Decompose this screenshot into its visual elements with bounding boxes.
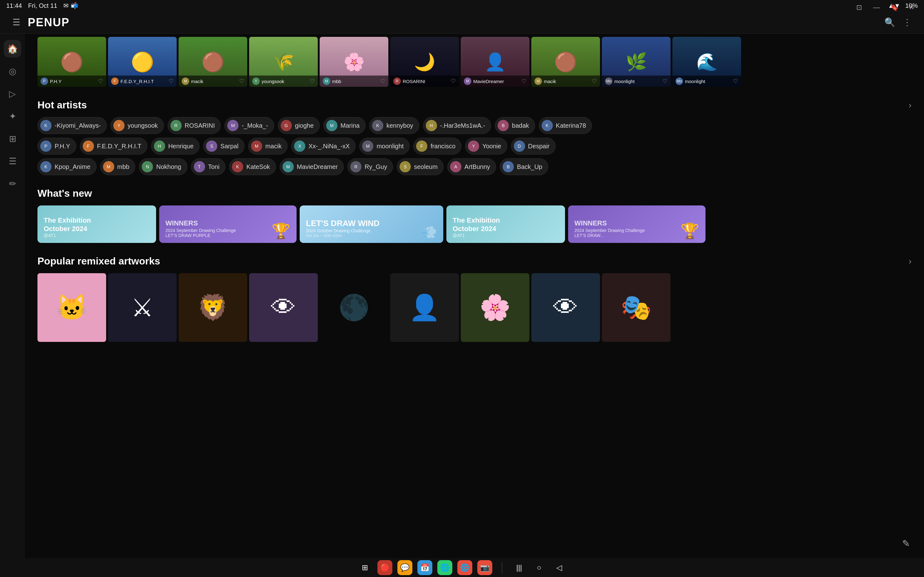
news-card-title: The ExhibitionOctober 2024 <box>44 216 91 233</box>
taskbar-icon-2[interactable]: 💬 <box>398 560 412 575</box>
artist-chip[interactable]: K -Kiyomi_Always- <box>37 117 107 134</box>
artist-chip[interactable]: F F.E.D.Y_R.H.I.T <box>80 138 147 155</box>
taskbar-icon-3[interactable]: 📅 <box>417 560 432 575</box>
artist-chip[interactable]: R ROSARINI <box>167 117 221 134</box>
artist-chip[interactable]: M MavieDreamer <box>280 158 344 175</box>
sidebar-item-challenge[interactable]: ✦ <box>4 107 21 125</box>
sidebar-item-feed[interactable]: ☰ <box>4 152 21 170</box>
artist-chip[interactable]: M mbb <box>100 158 135 175</box>
gallery-item[interactable]: 🟡 FF.E.D.Y_R.H.I.T ♡ <box>108 37 177 87</box>
remix-item-eye[interactable]: 👁 <box>531 273 600 342</box>
remix-item-portrait2[interactable]: 🎭 <box>602 273 671 342</box>
like-icon[interactable]: ♡ <box>310 78 315 85</box>
artist-chip[interactable]: P P.H.Y <box>37 138 76 155</box>
artist-name: moonlight <box>377 143 404 150</box>
news-card-wind[interactable]: LET'S DRAW WIND 2024 October Drawing Cha… <box>300 205 443 243</box>
taskbar-nav-menu[interactable]: ||| <box>512 560 526 575</box>
news-winners-label: WINNERS <box>166 219 236 227</box>
like-icon[interactable]: ♡ <box>521 78 526 85</box>
more-icon[interactable]: ⋮ <box>903 17 911 27</box>
news-card-exhibition2[interactable]: The ExhibitionOctober 2024 @AT1 <box>446 205 565 243</box>
popular-remixed-chevron[interactable]: › <box>909 256 911 266</box>
status-date: Fri, Oct 11 <box>28 2 57 10</box>
artist-chip[interactable]: G gioghe <box>278 117 320 134</box>
artist-chip[interactable]: M Marina <box>324 117 365 134</box>
artist-chip[interactable]: K kennyboy <box>369 117 419 134</box>
artist-chip[interactable]: H -.Har3eMs1wA.- <box>423 117 491 134</box>
news-card-winners2[interactable]: WINNERS 2024 September Drawing Challenge… <box>568 205 705 243</box>
artist-chip[interactable]: F francisco <box>413 138 461 155</box>
artist-chip[interactable]: M -_Moka_- <box>224 117 274 134</box>
menu-icon[interactable]: ☰ <box>13 17 20 27</box>
news-winners2-label: WINNERS <box>575 219 645 227</box>
artist-chip[interactable]: X Xx-_.NiNa_-xX <box>291 138 356 155</box>
bookmarks-button[interactable]: 🔖 <box>888 1 900 14</box>
sidebar-item-home[interactable]: 🏠 <box>4 40 21 58</box>
gallery-item[interactable]: 🌾 Yyoungsook ♡ <box>249 37 318 87</box>
like-icon[interactable]: ♡ <box>239 78 244 85</box>
artist-chip[interactable]: H Henrique <box>151 138 200 155</box>
artist-chip[interactable]: T Toni <box>191 158 226 175</box>
artist-chip[interactable]: M moonlight <box>359 138 410 155</box>
artist-chip[interactable]: B badak <box>495 117 535 134</box>
remix-item-char1[interactable]: ⚔ <box>108 273 177 342</box>
sidebar: 🏠 ◎ ▷ ✦ ⊞ ☰ ✏ <box>0 34 25 558</box>
artist-chip[interactable]: S Sarpal <box>203 138 245 155</box>
remix-item-dark2[interactable]: 👤 <box>390 273 459 342</box>
artist-chip[interactable]: M macik <box>248 138 288 155</box>
like-icon[interactable]: ♡ <box>662 78 667 85</box>
remix-item-char2[interactable]: 🦁 <box>179 273 247 342</box>
like-icon[interactable]: ♡ <box>169 78 174 85</box>
taskbar-nav-home[interactable]: ○ <box>531 560 547 575</box>
gallery-item[interactable]: 🟤 PP.H.Y ♡ <box>37 37 106 87</box>
artist-chip[interactable]: Y youngsook <box>111 117 164 134</box>
artist-chip[interactable]: B Back_Up <box>500 158 548 175</box>
like-icon[interactable]: ♡ <box>451 78 456 85</box>
remix-item-dark1[interactable]: 🌑 <box>320 273 388 342</box>
gallery-item[interactable]: 🌿 Momoonlight ♡ <box>602 37 671 87</box>
sidebar-item-grid[interactable]: ⊞ <box>4 130 21 147</box>
close-button[interactable]: ✕ <box>905 1 918 14</box>
taskbar-nav-back[interactable]: ◁ <box>552 560 567 575</box>
artist-chip[interactable]: S seoleum <box>397 158 444 175</box>
gallery-item[interactable]: 🟤 Mmacik ♡ <box>531 37 600 87</box>
sidebar-item-discover[interactable]: ◎ <box>4 63 21 80</box>
taskbar-icon-5[interactable]: 🌐 <box>457 560 472 575</box>
taskbar-apps[interactable]: ⊞ <box>357 560 372 575</box>
restore-button[interactable]: ⊡ <box>853 1 865 14</box>
gallery-item[interactable]: 🟤 Mmacik ♡ <box>179 37 247 87</box>
wind-icon: 💨 <box>422 225 437 240</box>
hot-artists-chevron[interactable]: › <box>909 100 911 110</box>
pencil-fab[interactable]: ✎ <box>897 535 914 552</box>
taskbar-icon-1[interactable]: 🔴 <box>377 560 393 575</box>
taskbar-icon-6[interactable]: 📷 <box>477 560 492 575</box>
news-card-winners[interactable]: WINNERS 2024 September Drawing Challenge… <box>159 205 296 243</box>
artist-chip[interactable]: K Katerina78 <box>539 117 592 134</box>
search-icon[interactable]: 🔍 <box>884 17 895 27</box>
artist-chip[interactable]: A ArtBunny <box>448 158 496 175</box>
taskbar-icon-4[interactable]: 🌐 <box>437 560 452 575</box>
like-icon[interactable]: ♡ <box>98 78 103 85</box>
remix-item-cat[interactable]: 🐱 <box>37 273 106 342</box>
artist-chip[interactable]: Y Yoonie <box>465 138 507 155</box>
remix-item-flowers[interactable]: 🌸 <box>461 273 530 342</box>
gallery-item[interactable]: 👤 MMavieDreamer ♡ <box>461 37 530 87</box>
gallery-item[interactable]: 🌙 RROSARINI ♡ <box>390 37 459 87</box>
artist-chip[interactable]: K Kpop_Anime <box>37 158 97 175</box>
artist-chip[interactable]: D Despair <box>511 138 555 155</box>
artist-chip[interactable]: K KateSok <box>229 158 276 175</box>
gallery-item[interactable]: 🌊 Momoonlight ♡ <box>672 37 741 87</box>
minimize-button[interactable]: — <box>870 1 883 14</box>
news-card-exhibition[interactable]: The ExhibitionOctober 2024 @AT1 <box>37 205 156 243</box>
artist-chip[interactable]: R Ry_Guy <box>348 158 393 175</box>
gallery-item[interactable]: 🌸 Mmbb ♡ <box>320 37 388 87</box>
like-icon[interactable]: ♡ <box>380 78 385 85</box>
artist-name: Kpop_Anime <box>55 163 90 171</box>
sidebar-item-video[interactable]: ▷ <box>4 85 21 102</box>
like-icon[interactable]: ♡ <box>592 78 597 85</box>
remix-item-portrait1[interactable]: 👁 <box>249 273 318 342</box>
popular-remixed-title: Popular remixed artworks <box>37 255 160 267</box>
artist-chip[interactable]: N Nokhong <box>139 158 187 175</box>
like-icon[interactable]: ♡ <box>733 78 738 85</box>
sidebar-item-draw[interactable]: ✏ <box>4 175 21 192</box>
